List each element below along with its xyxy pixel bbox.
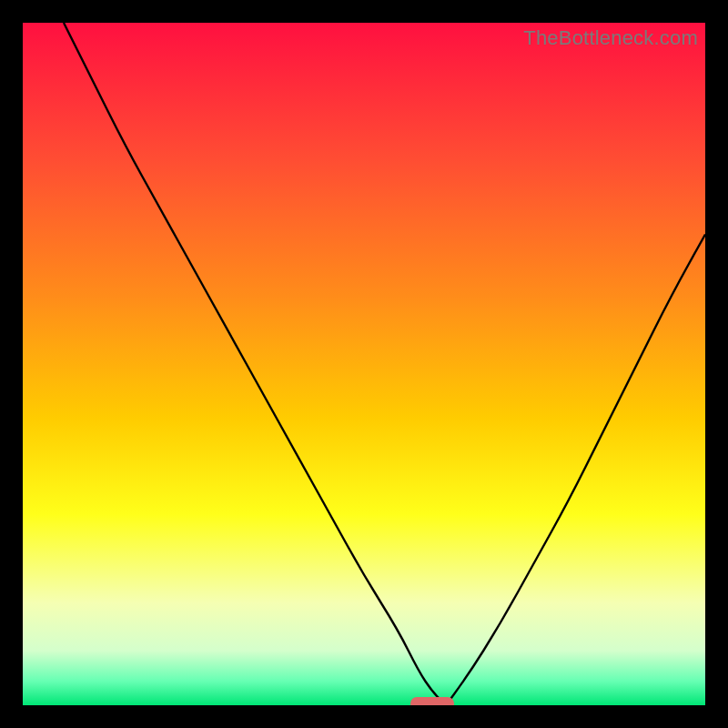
chart-svg	[23, 23, 705, 705]
chart-background	[23, 23, 705, 705]
optimal-marker	[410, 697, 454, 705]
watermark-text: TheBottleneck.com	[523, 26, 698, 50]
chart-frame: TheBottleneck.com	[23, 23, 705, 705]
